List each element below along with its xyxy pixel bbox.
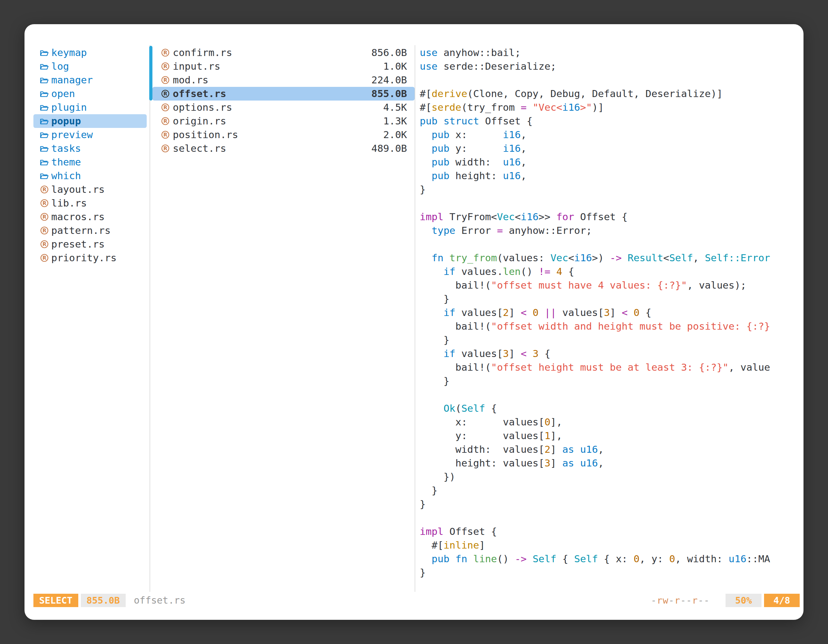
code-line: impl TryFrom<Vec<i16>> for Offset { xyxy=(420,210,796,224)
file-row-origin-rs[interactable]: Rorigin.rs1.3K xyxy=(152,114,415,128)
code-line: pub struct Offset { xyxy=(420,114,796,128)
rust-file-icon: R xyxy=(40,199,51,208)
code-line: }) xyxy=(420,470,796,484)
sidebar-item-layout-rs[interactable]: Rlayout.rs xyxy=(33,183,147,196)
file-row-select-rs[interactable]: Rselect.rs489.0B xyxy=(152,142,415,155)
svg-text:R: R xyxy=(42,200,46,206)
code-line: pub height: u16, xyxy=(420,169,796,183)
file-size: 1.3K xyxy=(383,114,407,128)
file-row-offset-rs[interactable]: Roffset.rs855.0B xyxy=(152,87,415,100)
folder-icon xyxy=(40,158,51,166)
svg-text:R: R xyxy=(42,214,46,220)
sidebar-item-log[interactable]: log xyxy=(33,60,147,73)
rust-file-icon: R xyxy=(161,144,173,153)
sidebar-item-keymap[interactable]: keymap xyxy=(33,46,147,60)
code-line: if values[3] < 3 { xyxy=(420,347,796,360)
sidebar-item-label: tasks xyxy=(51,142,81,155)
sidebar-item-popup[interactable]: popup xyxy=(33,114,147,128)
rust-file-icon: R xyxy=(40,240,51,249)
code-line xyxy=(420,73,796,87)
rust-file-icon: R xyxy=(40,212,51,221)
code-line: pub width: u16, xyxy=(420,155,796,169)
folder-icon xyxy=(40,76,51,84)
file-size: 2.0K xyxy=(383,128,407,142)
svg-text:R: R xyxy=(163,77,167,83)
code-line: bail!("offset width and height must be p… xyxy=(420,320,796,333)
code-line: height: values[3] as u16, xyxy=(420,456,796,470)
sidebar-item-label: manager xyxy=(51,73,93,87)
svg-text:R: R xyxy=(42,186,46,193)
sidebar-item-macros-rs[interactable]: Rmacros.rs xyxy=(33,210,147,224)
pane-separator xyxy=(415,45,415,592)
sidebar-item-label: keymap xyxy=(51,46,87,60)
sidebar-item-manager[interactable]: manager xyxy=(33,73,147,87)
code-line: use serde::Deserialize; xyxy=(420,60,796,73)
code-line: x: values[0], xyxy=(420,415,796,429)
folder-icon xyxy=(40,49,51,56)
file-size: 855.0B xyxy=(372,87,407,100)
file-name: confirm.rs xyxy=(173,46,232,60)
rust-file-icon: R xyxy=(161,130,173,139)
code-line: if values[2] < 0 || values[3] < 0 { xyxy=(420,306,796,320)
code-line: y: values[1], xyxy=(420,429,796,443)
sidebar-item-label: plugin xyxy=(51,100,87,114)
file-row-mod-rs[interactable]: Rmod.rs224.0B xyxy=(152,73,415,87)
sidebar-item-tasks[interactable]: tasks xyxy=(33,142,147,155)
code-line: } xyxy=(420,566,796,580)
sidebar-item-preset-rs[interactable]: Rpreset.rs xyxy=(33,237,147,251)
sidebar-item-preview[interactable]: preview xyxy=(33,128,147,142)
sidebar-item-plugin[interactable]: plugin xyxy=(33,100,147,114)
preview-pane: use anyhow::bail;use serde::Deserialize;… xyxy=(420,46,796,592)
file-size: 4.5K xyxy=(383,100,407,114)
sidebar-item-label: pattern.rs xyxy=(51,224,111,237)
file-size: 489.0B xyxy=(372,142,407,155)
code-line: } xyxy=(420,183,796,196)
sidebar-item-which[interactable]: which xyxy=(33,169,147,183)
rust-file-icon: R xyxy=(161,116,173,126)
file-row-options-rs[interactable]: Roptions.rs4.5K xyxy=(152,100,415,114)
code-line: width: values[2] as u16, xyxy=(420,443,796,456)
file-name: origin.rs xyxy=(173,114,226,128)
svg-text:R: R xyxy=(42,227,46,233)
percent-badge: 50% xyxy=(726,594,761,607)
status-filename: offset.rs xyxy=(134,595,186,606)
sidebar-item-label: layout.rs xyxy=(51,183,105,196)
svg-text:R: R xyxy=(42,241,46,247)
mode-badge: SELECT xyxy=(33,594,78,607)
parent-directory-pane: keymaplogmanageropenpluginpopuppreviewta… xyxy=(33,46,147,265)
code-line: #[serde(try_from = "Vec<i16>")] xyxy=(420,100,796,114)
file-name: input.rs xyxy=(173,60,220,73)
rust-file-icon: R xyxy=(40,226,51,235)
svg-text:R: R xyxy=(163,91,167,97)
sidebar-item-label: log xyxy=(51,60,69,73)
folder-icon xyxy=(40,104,51,111)
svg-text:R: R xyxy=(163,50,167,56)
code-line: pub x: i16, xyxy=(420,128,796,142)
sidebar-item-theme[interactable]: theme xyxy=(33,155,147,169)
svg-text:R: R xyxy=(163,118,167,124)
code-line xyxy=(420,388,796,401)
file-row-position-rs[interactable]: Rposition.rs2.0K xyxy=(152,128,415,142)
sidebar-item-label: open xyxy=(51,87,75,100)
svg-text:R: R xyxy=(163,132,167,138)
sidebar-item-label: lib.rs xyxy=(51,196,87,210)
code-line: type Error = anyhow::Error; xyxy=(420,224,796,237)
sidebar-item-label: macros.rs xyxy=(51,210,105,224)
sidebar-item-open[interactable]: open xyxy=(33,87,147,100)
file-name: options.rs xyxy=(173,100,232,114)
rust-file-icon: R xyxy=(161,62,173,71)
sidebar-item-priority-rs[interactable]: Rpriority.rs xyxy=(33,251,147,265)
sidebar-item-lib-rs[interactable]: Rlib.rs xyxy=(33,196,147,210)
file-name: position.rs xyxy=(173,128,238,142)
file-name: select.rs xyxy=(173,142,226,155)
code-line: bail!("offset must have 4 values: {:?}",… xyxy=(420,278,796,292)
code-line: bail!("offset height must be at least 3:… xyxy=(420,360,796,374)
permissions: -rw-r--r-- xyxy=(651,595,710,606)
file-row-confirm-rs[interactable]: Rconfirm.rs856.0B xyxy=(152,46,415,60)
file-row-input-rs[interactable]: Rinput.rs1.0K xyxy=(152,60,415,73)
code-line xyxy=(420,237,796,251)
svg-text:R: R xyxy=(163,104,167,110)
sidebar-item-pattern-rs[interactable]: Rpattern.rs xyxy=(33,224,147,237)
sidebar-item-label: preview xyxy=(51,128,93,142)
code-line: } xyxy=(420,292,796,306)
